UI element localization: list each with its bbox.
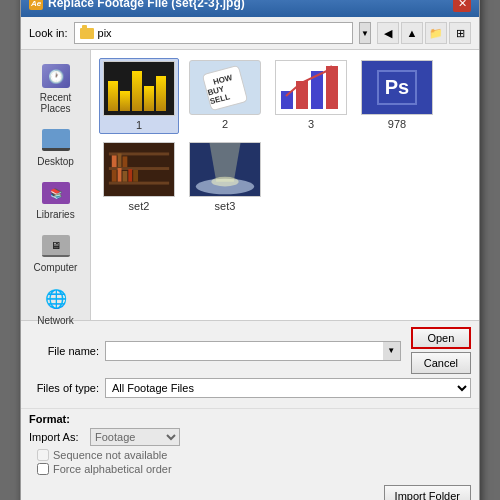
folder-dropdown-arrow[interactable]: ▼ (359, 22, 371, 44)
computer-icon: 🖥 (40, 232, 72, 260)
svg-rect-13 (128, 169, 132, 182)
import-folder-row: Import Folder (21, 481, 479, 500)
filetype-row: Files of type: All Footage Files JPEG Fi… (29, 378, 471, 398)
file-label-set2: set2 (129, 200, 150, 212)
folder-icon (80, 28, 94, 39)
sequence-checkbox[interactable] (37, 449, 49, 461)
filetype-select[interactable]: All Footage Files JPEG Files PNG Files A… (105, 378, 471, 398)
force-alpha-label: Force alphabetical order (53, 463, 172, 475)
sidebar-item-network[interactable]: 🌐 Network (26, 281, 86, 330)
filename-input-container: ▼ (105, 341, 401, 361)
import-folder-button[interactable]: Import Folder (384, 485, 471, 500)
format-row: Format: (29, 413, 471, 425)
file-label-set3: set3 (215, 200, 236, 212)
back-icon[interactable]: ◀ (377, 22, 399, 44)
filename-row: File name: ▼ Open Cancel (29, 327, 471, 374)
svg-rect-1 (281, 91, 293, 109)
sidebar-item-libraries[interactable]: 📚 Libraries (26, 175, 86, 224)
file-item-3[interactable]: 3 (271, 58, 351, 134)
sidebar-libraries-label: Libraries (36, 209, 74, 220)
file-thumbnail-978: Ps (361, 60, 433, 115)
svg-rect-12 (122, 171, 127, 182)
file-item-set3[interactable]: set3 (185, 140, 265, 214)
close-button[interactable]: ✕ (453, 0, 471, 12)
force-alpha-row: Force alphabetical order (37, 463, 471, 475)
file-label-3: 3 (308, 118, 314, 130)
svg-rect-7 (109, 182, 169, 185)
svg-point-21 (211, 177, 238, 187)
svg-rect-15 (112, 155, 117, 167)
sidebar-network-label: Network (37, 315, 74, 326)
recent-places-icon: 🕐 (40, 62, 72, 90)
filename-dropdown[interactable]: ▼ (383, 341, 401, 361)
bottom-section: File name: ▼ Open Cancel Files of type: … (21, 320, 479, 408)
title-bar-left: Ae Replace Footage File (set{2-3}.jpg) (29, 0, 245, 10)
file-thumbnail-1 (103, 61, 175, 116)
new-folder-icon[interactable]: 📁 (425, 22, 447, 44)
network-icon: 🌐 (40, 285, 72, 313)
import-as-label: Import As: (29, 431, 84, 443)
sidebar-item-recent-places[interactable]: 🕐 Recent Places (26, 58, 86, 118)
sidebar: 🕐 Recent Places Desktop 📚 Libraries 🖥 (21, 50, 91, 320)
svg-rect-4 (326, 66, 338, 109)
svg-rect-14 (133, 170, 138, 182)
format-section: Format: Import As: Footage Sequence not … (21, 408, 479, 481)
filetype-input-container: All Footage Files JPEG Files PNG Files A… (105, 378, 471, 398)
sidebar-item-desktop[interactable]: Desktop (26, 122, 86, 171)
file-thumbnail-3 (275, 60, 347, 115)
open-button[interactable]: Open (411, 327, 471, 349)
filename-input[interactable] (105, 341, 383, 361)
sidebar-computer-label: Computer (34, 262, 78, 273)
sequence-row: Sequence not available (37, 449, 471, 461)
sidebar-item-computer[interactable]: 🖥 Computer (26, 228, 86, 277)
toolbar: Look in: pix ▼ ◀ ▲ 📁 ⊞ (21, 17, 479, 50)
file-item-978[interactable]: Ps 978 (357, 58, 437, 134)
dialog-title: Replace Footage File (set{2-3}.jpg) (48, 0, 245, 10)
main-area: 🕐 Recent Places Desktop 📚 Libraries 🖥 (21, 50, 479, 320)
cancel-button[interactable]: Cancel (411, 352, 471, 374)
app-icon: Ae (29, 0, 43, 10)
file-area: 1 HOW BUY SELL 2 (91, 50, 479, 320)
svg-rect-10 (112, 170, 117, 182)
views-icon[interactable]: ⊞ (449, 22, 471, 44)
file-item-1[interactable]: 1 (99, 58, 179, 134)
format-label: Format: (29, 413, 84, 425)
up-icon[interactable]: ▲ (401, 22, 423, 44)
file-label-2: 2 (222, 118, 228, 130)
sidebar-recent-label: Recent Places (30, 92, 82, 114)
filename-label: File name: (29, 345, 99, 357)
file-thumbnail-2: HOW BUY SELL (189, 60, 261, 115)
toolbar-icons: ◀ ▲ 📁 ⊞ (377, 22, 471, 44)
sequence-label: Sequence not available (53, 449, 167, 461)
file-thumbnail-set3 (189, 142, 261, 197)
import-as-row: Import As: Footage (29, 428, 471, 446)
filetype-label: Files of type: (29, 382, 99, 394)
title-bar: Ae Replace Footage File (set{2-3}.jpg) ✕ (21, 0, 479, 17)
svg-rect-16 (118, 153, 122, 167)
file-item-set2[interactable]: set2 (99, 140, 179, 214)
force-alpha-checkbox[interactable] (37, 463, 49, 475)
current-folder-text: pix (98, 27, 112, 39)
desktop-icon (40, 126, 72, 154)
sidebar-desktop-label: Desktop (37, 156, 74, 167)
svg-rect-11 (118, 168, 122, 182)
file-label-1: 1 (136, 119, 142, 131)
file-thumbnail-set2 (103, 142, 175, 197)
file-item-2[interactable]: HOW BUY SELL 2 (185, 58, 265, 134)
folder-path[interactable]: pix (74, 22, 353, 44)
file-label-978: 978 (388, 118, 406, 130)
replace-footage-dialog: Ae Replace Footage File (set{2-3}.jpg) ✕… (20, 0, 480, 500)
libraries-icon: 📚 (40, 179, 72, 207)
look-in-label: Look in: (29, 27, 68, 39)
svg-rect-17 (122, 156, 127, 167)
import-as-select[interactable]: Footage (90, 428, 180, 446)
action-buttons: Open Cancel (411, 327, 471, 374)
